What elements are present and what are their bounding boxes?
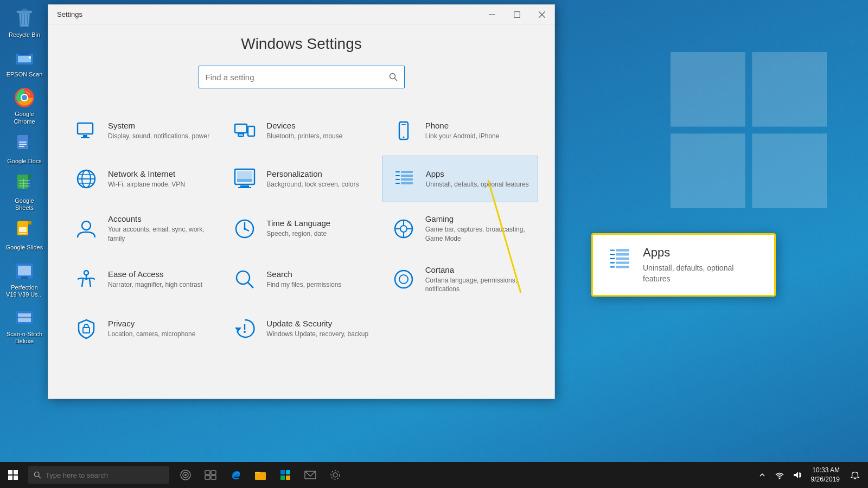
svg-rect-42 xyxy=(514,11,520,17)
svg-rect-120 xyxy=(255,472,266,480)
svg-rect-118 xyxy=(205,476,210,479)
taskbar-search-input[interactable] xyxy=(46,471,154,479)
ease-text: Ease of Access Narrator, magnifier, high… xyxy=(108,269,212,290)
window-heading: Windows Settings xyxy=(65,35,538,53)
settings-item-privacy[interactable]: Privacy Location, camera, microphone xyxy=(65,306,221,351)
svg-point-115 xyxy=(184,474,187,476)
taskbar-store-button[interactable] xyxy=(273,462,297,488)
taskbar-network-icon[interactable] xyxy=(772,462,787,488)
svg-rect-52 xyxy=(238,134,244,136)
taskbar-mail-button[interactable] xyxy=(298,462,322,488)
time-text: Time & Language Speech, region, date xyxy=(266,219,371,239)
desktop-icon-docs[interactable]: Google Docs xyxy=(2,131,47,168)
svg-rect-23 xyxy=(17,175,28,189)
accounts-name: Accounts xyxy=(108,214,212,223)
svg-rect-53 xyxy=(239,136,242,137)
desktop-icon-slides[interactable]: Google Slides xyxy=(2,217,47,254)
svg-point-79 xyxy=(244,228,246,230)
recycle-bin-icon xyxy=(14,8,35,29)
desktop-icon-perfection[interactable]: Perfection V19 V39 Us... xyxy=(2,257,47,301)
network-icon xyxy=(73,166,99,192)
svg-rect-70 xyxy=(401,175,413,177)
taskbar-task-view-button[interactable] xyxy=(199,462,222,488)
system-icon xyxy=(73,118,99,144)
svg-rect-50 xyxy=(235,124,247,133)
svg-line-6 xyxy=(21,14,22,25)
svg-point-127 xyxy=(331,471,340,479)
desktop-icon-epson[interactable]: EPSON Scan xyxy=(2,44,47,81)
settings-item-cortana[interactable]: Cortana Cortana language, permissions, n… xyxy=(382,255,538,304)
svg-rect-73 xyxy=(395,183,400,184)
desktop-icon-recycle-bin[interactable]: Recycle Bin xyxy=(2,4,47,42)
ease-icon xyxy=(73,266,99,292)
desktop-icon-scan[interactable]: Scan-n-Stitch Deluxe xyxy=(2,304,47,348)
privacy-icon xyxy=(73,316,99,342)
taskbar-volume-icon[interactable] xyxy=(789,462,805,488)
settings-item-time[interactable]: Time & Language Speech, region, date xyxy=(223,204,379,253)
svg-rect-74 xyxy=(401,182,413,184)
taskbar-edge-button[interactable] xyxy=(224,462,247,488)
window-content: Windows Settings Syst xyxy=(48,24,554,399)
settings-item-update[interactable]: Update & Security Windows Update, recove… xyxy=(223,306,379,351)
svg-rect-40 xyxy=(17,317,32,318)
desktop-icon-chrome[interactable]: Google Chrome xyxy=(2,84,47,128)
svg-rect-21 xyxy=(19,144,27,145)
svg-rect-56 xyxy=(401,124,406,125)
svg-rect-103 xyxy=(610,262,615,264)
taskbar-notification-button[interactable] xyxy=(846,462,864,488)
taskbar-date-display: 9/26/2019 xyxy=(811,475,840,484)
svg-rect-51 xyxy=(248,126,254,136)
taskbar-cortana-button[interactable] xyxy=(174,462,197,488)
taskbar-tray-chevron[interactable] xyxy=(755,462,770,488)
sheets-icon xyxy=(14,174,35,195)
svg-rect-123 xyxy=(280,476,285,480)
settings-window: Settings Windows Settings xyxy=(48,4,555,399)
svg-point-126 xyxy=(333,473,337,477)
settings-item-search[interactable]: Search Find my files, permissions xyxy=(223,255,379,304)
taskbar-search[interactable] xyxy=(28,466,169,484)
settings-item-ease[interactable]: Ease of Access Narrator, magnifier, high… xyxy=(65,255,221,304)
settings-item-phone[interactable]: Phone Link your Android, iPhone xyxy=(382,108,538,153)
settings-item-gaming[interactable]: Gaming Game bar, captures, broadcasting,… xyxy=(382,204,538,253)
svg-line-8 xyxy=(27,14,28,25)
settings-item-devices[interactable]: Devices Bluetooth, printers, mouse xyxy=(223,108,379,153)
gaming-text: Gaming Game bar, captures, broadcasting,… xyxy=(425,214,529,243)
svg-rect-110 xyxy=(14,476,18,480)
settings-item-accounts[interactable]: Accounts Your accounts, email, sync, wor… xyxy=(65,204,221,253)
svg-rect-106 xyxy=(616,266,629,268)
phone-name: Phone xyxy=(425,121,529,130)
settings-item-system[interactable]: System Display, sound, notifications, po… xyxy=(65,108,221,153)
settings-item-apps[interactable]: Apps Uninstall, defaults, optional featu… xyxy=(382,156,538,202)
tooltip-text: Apps Uninstall, defaults, optional featu… xyxy=(643,246,761,284)
close-button[interactable] xyxy=(529,5,554,24)
network-name: Network & Internet xyxy=(108,169,212,178)
desktop-icon-sheets[interactable]: Google Sheets xyxy=(2,170,47,215)
svg-rect-107 xyxy=(8,470,12,474)
desktop-icon-area: Recycle Bin EPSON Scan Go xyxy=(0,0,49,462)
svg-point-16 xyxy=(22,95,27,100)
taskbar-clock[interactable]: 10:33 AM 9/26/2019 xyxy=(807,466,844,484)
chrome-label: Google Chrome xyxy=(5,111,43,125)
svg-point-88 xyxy=(237,271,250,284)
svg-rect-105 xyxy=(610,266,615,267)
epson-icon xyxy=(14,47,35,69)
cortana-text: Cortana Cortana language, permissions, n… xyxy=(425,265,529,294)
start-button[interactable] xyxy=(0,462,26,488)
cortana-name: Cortana xyxy=(425,265,529,274)
svg-rect-47 xyxy=(78,123,93,134)
svg-rect-121 xyxy=(280,470,285,474)
perfection-label: Perfection V19 V39 Us... xyxy=(5,284,43,298)
svg-rect-25 xyxy=(28,175,31,178)
search-bar[interactable] xyxy=(199,66,405,88)
minimize-button[interactable] xyxy=(480,5,505,24)
update-name: Update & Security xyxy=(266,319,371,328)
maximize-button[interactable] xyxy=(505,5,529,24)
search-input[interactable] xyxy=(206,73,389,82)
settings-item-network[interactable]: Network & Internet Wi-Fi, airplane mode,… xyxy=(65,156,221,202)
taskbar-file-explorer-button[interactable] xyxy=(248,462,272,488)
settings-item-personalization[interactable]: Personalization Background, lock screen,… xyxy=(223,156,379,202)
svg-rect-109 xyxy=(8,476,12,480)
system-text: System Display, sound, notifications, po… xyxy=(108,121,212,141)
taskbar-settings-button[interactable] xyxy=(323,462,347,488)
update-text: Update & Security Windows Update, recove… xyxy=(266,319,371,339)
